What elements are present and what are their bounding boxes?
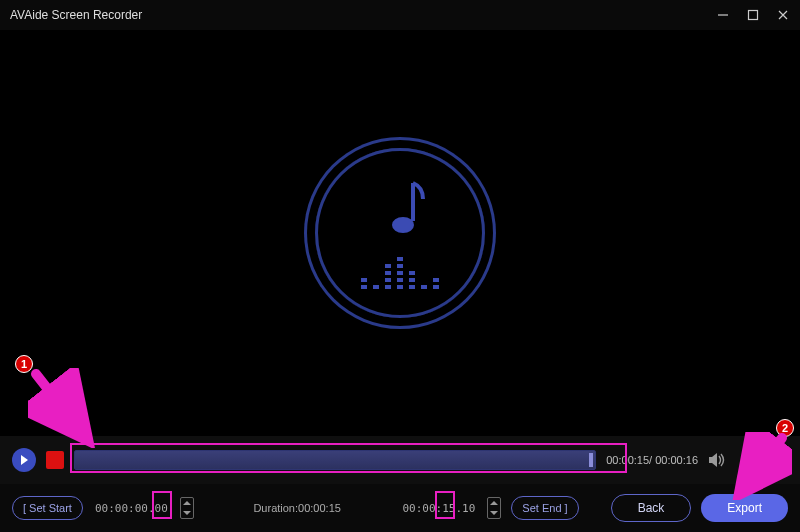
stop-button[interactable] bbox=[46, 451, 64, 469]
svg-rect-4 bbox=[746, 454, 752, 457]
trim-bar: [ Set Start 00:00:00.00 Duration:00:00:1… bbox=[0, 484, 800, 532]
svg-point-3 bbox=[746, 458, 752, 464]
minimize-button[interactable] bbox=[716, 8, 730, 22]
audio-placeholder-icon bbox=[315, 148, 485, 318]
close-button[interactable] bbox=[776, 8, 790, 22]
maximize-button[interactable] bbox=[746, 8, 760, 22]
chevron-down-icon[interactable] bbox=[181, 508, 193, 518]
play-button[interactable] bbox=[12, 448, 36, 472]
titlebar: AVAide Screen Recorder bbox=[0, 0, 800, 30]
snapshot-button[interactable] bbox=[740, 453, 758, 467]
export-button[interactable]: Export bbox=[701, 494, 788, 522]
end-time-field[interactable]: 00:00:15.10 bbox=[401, 502, 478, 515]
music-note-icon bbox=[373, 177, 427, 241]
set-end-button[interactable]: Set End ] bbox=[511, 496, 578, 520]
svg-point-1 bbox=[392, 217, 414, 233]
back-button[interactable]: Back bbox=[611, 494, 692, 522]
app-title: AVAide Screen Recorder bbox=[10, 8, 716, 22]
set-start-button[interactable]: [ Set Start bbox=[12, 496, 83, 520]
start-time-field[interactable]: 00:00:00.00 bbox=[93, 502, 170, 515]
duration-label: Duration:00:00:15 bbox=[253, 501, 340, 515]
volume-button[interactable] bbox=[708, 452, 726, 468]
window-controls bbox=[716, 8, 790, 22]
fullscreen-button[interactable] bbox=[772, 452, 788, 468]
chevron-up-icon[interactable] bbox=[488, 498, 500, 508]
progress-track[interactable] bbox=[74, 450, 596, 470]
end-time-stepper[interactable] bbox=[487, 497, 501, 519]
chevron-down-icon[interactable] bbox=[488, 508, 500, 518]
equalizer-icon bbox=[361, 255, 439, 289]
chevron-up-icon[interactable] bbox=[181, 498, 193, 508]
timecode-label: 00:00:15/ 00:00:16 bbox=[606, 454, 698, 466]
preview-area bbox=[0, 30, 800, 436]
playback-bar: 00:00:15/ 00:00:16 bbox=[0, 436, 800, 484]
start-time-stepper[interactable] bbox=[180, 497, 194, 519]
svg-rect-0 bbox=[749, 11, 758, 20]
